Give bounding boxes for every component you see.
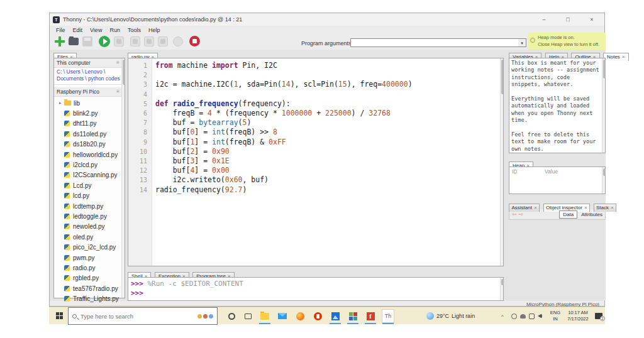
tray-app-icon[interactable]	[511, 313, 517, 319]
code-lines: 1from machine import Pin, I2C23i2c = mac…	[128, 61, 503, 195]
start-button[interactable]	[52, 307, 68, 325]
file-item[interactable]: radio.py	[54, 263, 125, 273]
shell-line: >>> %Run -c $EDITOR_CONTENT	[131, 279, 501, 288]
file-item[interactable]: ds18b20.py	[54, 139, 125, 150]
volume-icon[interactable]	[538, 313, 542, 319]
forward-arrow-icon[interactable]: ⇨	[519, 211, 524, 217]
heap-table[interactable]: ID Value	[509, 166, 606, 194]
program-arguments-dropdown[interactable]: ▾	[518, 38, 526, 47]
file-item[interactable]: newoled.py	[54, 222, 125, 232]
shell-scrollbar[interactable]	[500, 278, 503, 300]
file-item[interactable]: dht11.py	[54, 119, 125, 129]
code-line: 7 buf = bytearray(5)	[128, 118, 503, 128]
python-file-icon	[64, 121, 70, 126]
program-arguments-input[interactable]	[350, 38, 526, 47]
taskbar-photos[interactable]	[327, 307, 343, 325]
close-icon[interactable]: ×	[611, 205, 614, 210]
notes-scrollbar[interactable]	[602, 58, 605, 153]
debug-button[interactable]	[114, 36, 124, 46]
python-file-icon	[64, 111, 70, 116]
expander-icon[interactable]: ▸	[59, 101, 64, 106]
menu-view[interactable]: View	[86, 27, 106, 33]
step-into-button[interactable]	[144, 36, 154, 46]
close-button[interactable]: ×	[588, 16, 596, 23]
file-item[interactable]: blink2.py	[54, 108, 125, 118]
device-header: Raspberry Pi Pico ≡	[54, 87, 125, 97]
menu-icon[interactable]: ≡	[116, 60, 119, 65]
minimize-button[interactable]: –	[540, 16, 548, 23]
heap-scrollbar[interactable]	[602, 167, 605, 194]
folder-item-lib[interactable]: ▸lib	[54, 98, 125, 108]
run-button[interactable]	[99, 36, 110, 47]
taskbar-search[interactable]	[68, 307, 218, 325]
taskbar-file-explorer[interactable]	[257, 307, 273, 325]
file-item[interactable]: pwm.py	[54, 253, 125, 263]
network-icon[interactable]	[529, 313, 535, 319]
stop-button[interactable]	[189, 36, 200, 46]
editor-scrollbar[interactable]	[500, 58, 503, 266]
file-item[interactable]: oled.py	[54, 232, 125, 242]
code-editor[interactable]: 1from machine import Pin, I2C23i2c = mac…	[128, 58, 504, 266]
taskbar-gallery-app[interactable]	[345, 307, 361, 325]
attributes-button[interactable]: Attributes	[581, 212, 602, 217]
language-indicator[interactable]: ENG IN	[547, 307, 564, 325]
line-number: 8	[128, 128, 147, 137]
file-item[interactable]: Lcd.py	[54, 180, 125, 190]
shell-console[interactable]: >>> %Run -c $EDITOR_CONTENT>>>	[128, 277, 504, 301]
file-item[interactable]: pico_i2c_lcd.py	[54, 242, 125, 252]
task-view-button[interactable]	[240, 307, 255, 325]
save-button[interactable]	[82, 36, 92, 46]
new-file-button[interactable]	[55, 36, 65, 46]
file-item[interactable]: lcd.py	[54, 191, 125, 201]
cortana-button[interactable]	[224, 307, 239, 325]
files-scrollbar[interactable]	[121, 58, 125, 298]
file-item[interactable]: ledtoggle.py	[54, 211, 125, 221]
line-number: 3	[128, 80, 147, 89]
onedrive-icon[interactable]	[520, 314, 526, 319]
step-over-button[interactable]	[130, 36, 140, 46]
close-icon[interactable]: ×	[534, 205, 537, 210]
menu-run[interactable]: Run	[106, 27, 124, 33]
tab-assistant[interactable]: Assistant ×	[509, 204, 540, 212]
facebook-icon: f	[367, 312, 375, 320]
taskbar-mail[interactable]	[274, 307, 291, 325]
weather-widget[interactable]: 29°C Light rain	[426, 307, 496, 325]
search-input[interactable]	[80, 313, 197, 320]
menu-tools[interactable]: Tools	[124, 27, 145, 33]
taskbar-thonny[interactable]: Th	[380, 307, 396, 325]
file-item[interactable]: i2clcd.py	[54, 160, 125, 170]
firefox-icon	[296, 312, 304, 320]
show-hidden-icons-button[interactable]: ^	[498, 307, 507, 325]
files-panel: Files × This computer ≡ C: \ Users \ Len…	[53, 50, 125, 298]
taskbar-facebook[interactable]: f	[362, 307, 379, 325]
maximize-button[interactable]: □	[564, 16, 572, 23]
action-center-button[interactable]: 2	[592, 307, 605, 325]
clock[interactable]: 10:17 AM 7/17/2022	[564, 307, 592, 325]
folder-icon	[64, 101, 71, 106]
menu-help[interactable]: Help	[145, 27, 164, 33]
file-item[interactable]: ds11oled.py	[54, 129, 125, 139]
computer-path-link[interactable]: C: \ Users \ Lenovo \ Documents \ python…	[54, 68, 125, 85]
close-icon[interactable]: ×	[622, 54, 625, 60]
file-item[interactable]: helloworldlcd.py	[54, 150, 125, 160]
line-number: 7	[128, 118, 147, 128]
file-item[interactable]: rgbled.py	[54, 273, 125, 283]
data-button[interactable]: Data	[559, 210, 577, 219]
close-icon[interactable]: ×	[584, 205, 587, 210]
menu-icon[interactable]: ≡	[116, 89, 119, 94]
step-out-button[interactable]	[158, 36, 168, 46]
menu-file[interactable]: File	[52, 27, 69, 33]
back-arrow-icon[interactable]: ⇦	[512, 211, 517, 217]
resume-button[interactable]	[173, 36, 183, 46]
file-item[interactable]: I2CScanning.py	[54, 170, 125, 180]
file-item[interactable]: lcdtemp.py	[54, 201, 125, 211]
taskbar-office[interactable]	[309, 307, 326, 325]
taskbar-firefox[interactable]	[292, 307, 308, 325]
notes-editor[interactable]: This box is meant for your working notes…	[509, 58, 606, 153]
file-item[interactable]: tea5767radio.py	[54, 283, 125, 293]
open-file-button[interactable]	[69, 38, 79, 45]
menu-edit[interactable]: Edit	[69, 27, 87, 33]
tab-notes[interactable]: Notes ×	[603, 53, 629, 61]
title-bar[interactable]: T Thonny - C:\Users\Lenovo\Documents\pyt…	[50, 13, 604, 26]
tab-stack[interactable]: Stack ×	[594, 204, 617, 212]
